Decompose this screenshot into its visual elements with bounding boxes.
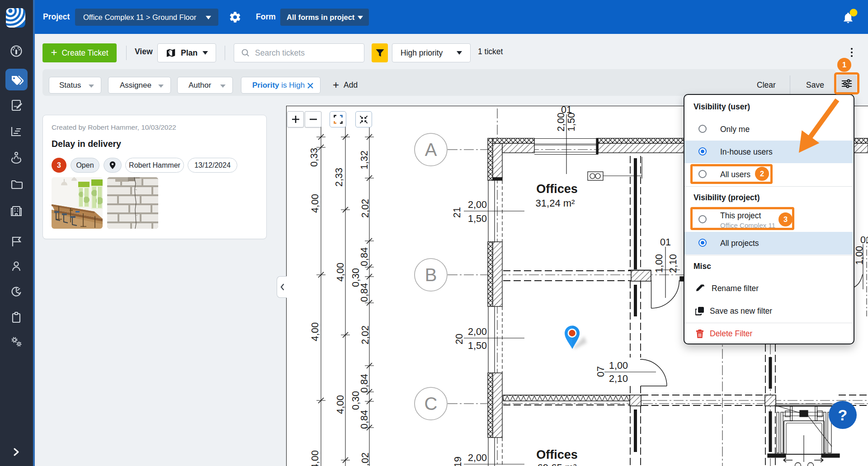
- svg-text:0,84: 0,84: [359, 283, 370, 302]
- svg-text:2,10: 2,10: [668, 254, 679, 273]
- svg-text:2,02: 2,02: [360, 199, 371, 218]
- svg-text:Offices: Offices: [536, 182, 578, 196]
- svg-text:20: 20: [454, 334, 465, 344]
- svg-text:1,00: 1,00: [854, 246, 865, 265]
- svg-text:B: B: [425, 265, 437, 285]
- svg-text:4,00: 4,00: [335, 395, 346, 414]
- svg-text:2,00: 2,00: [556, 113, 566, 132]
- svg-text:1,00: 1,00: [609, 360, 628, 371]
- svg-text:1,32: 1,32: [359, 151, 370, 169]
- svg-text:C: C: [425, 394, 438, 414]
- svg-text:1,50: 1,50: [468, 213, 487, 224]
- svg-text:0,33: 0,33: [309, 148, 320, 167]
- svg-text:2,02: 2,02: [360, 325, 371, 344]
- svg-text:69,65 m²: 69,65 m²: [538, 462, 577, 466]
- svg-text:4,00: 4,00: [310, 450, 321, 466]
- svg-text:2,33: 2,33: [334, 168, 344, 187]
- svg-text:4,00: 4,00: [310, 194, 321, 213]
- svg-text:1,50: 1,50: [566, 113, 577, 132]
- svg-text:19: 19: [453, 457, 463, 466]
- svg-text:31,24 m²: 31,24 m²: [536, 198, 575, 209]
- svg-text:21: 21: [452, 207, 462, 218]
- svg-text:2,00: 2,00: [468, 452, 487, 463]
- svg-text:0,84: 0,84: [359, 410, 370, 429]
- svg-text:01: 01: [860, 235, 868, 245]
- svg-text:1,00: 1,00: [654, 254, 665, 273]
- svg-text:4,00: 4,00: [310, 322, 321, 341]
- svg-text:1,50: 1,50: [468, 340, 487, 351]
- svg-text:07: 07: [595, 366, 606, 377]
- svg-text:01: 01: [660, 237, 671, 248]
- svg-text:2,02: 2,02: [360, 452, 371, 466]
- svg-text:2,00: 2,00: [468, 199, 487, 210]
- svg-text:0,84: 0,84: [359, 247, 370, 266]
- svg-text:4,00: 4,00: [335, 263, 346, 282]
- svg-text:A: A: [425, 140, 437, 160]
- svg-text:2,10: 2,10: [609, 373, 628, 384]
- svg-text:2,00: 2,00: [468, 326, 487, 337]
- svg-text:0,30: 0,30: [350, 391, 361, 410]
- svg-text:0,84: 0,84: [359, 374, 370, 393]
- svg-text:Offices: Offices: [536, 448, 578, 461]
- svg-text:01: 01: [561, 104, 572, 115]
